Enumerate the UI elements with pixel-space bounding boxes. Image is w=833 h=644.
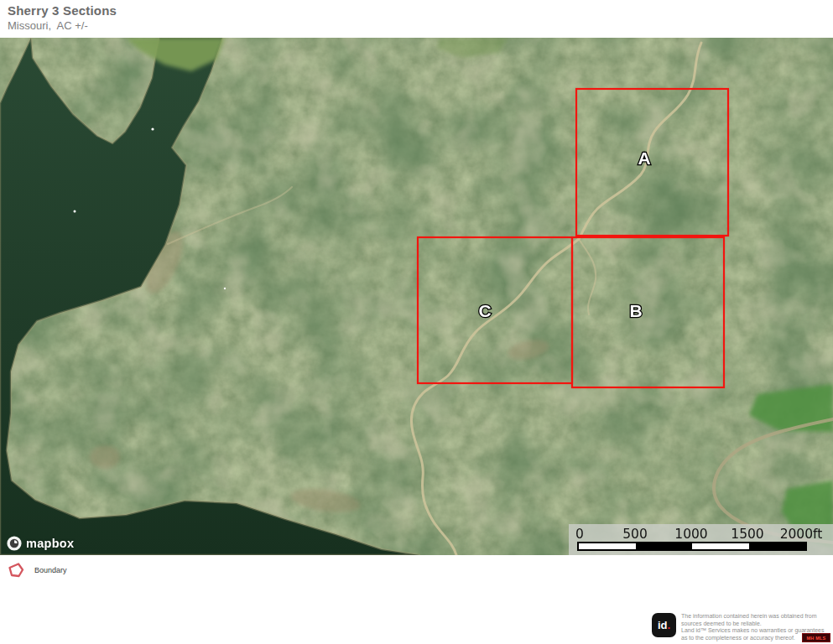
- scale-segment: [692, 543, 749, 549]
- landid-logo: id.: [652, 613, 676, 637]
- scale-bar: 0 500 1000 1500 2000ft: [569, 524, 833, 555]
- forest-brush-clearings: [0, 38, 833, 555]
- scale-segment: [636, 543, 693, 549]
- scale-label-2000: 2000ft: [780, 527, 823, 542]
- mls-badge: MH MLS: [802, 633, 830, 642]
- scale-label-0: 0: [575, 527, 584, 542]
- page-title: Sherry 3 Sections: [8, 3, 117, 18]
- scale-segment: [749, 543, 806, 549]
- mapbox-attribution[interactable]: mapbox: [7, 536, 74, 551]
- scale-segment: [579, 543, 636, 549]
- section-label-b: B: [629, 301, 642, 320]
- landid-logo-text: id: [658, 620, 668, 631]
- scale-label-1500: 1500: [731, 527, 763, 542]
- legend-item-label: Boundary: [34, 566, 67, 574]
- boundary-icon: [7, 562, 25, 579]
- page: Sherry 3 Sections Missouri, AC +/-: [0, 0, 833, 644]
- map-canvas[interactable]: A B C mapbox 0 500 1000 1500 2000ft: [0, 38, 833, 555]
- scale-label-500: 500: [622, 527, 648, 542]
- scale-bar-segments: [577, 542, 807, 551]
- page-subtitle: Missouri, AC +/-: [8, 19, 117, 33]
- mapbox-wordmark: mapbox: [26, 537, 74, 550]
- disclaimer-line: sources deemed to be reliable.: [681, 621, 829, 628]
- section-label-c: C: [478, 301, 491, 320]
- disclaimer-line: The information contained herein was obt…: [681, 613, 829, 621]
- header: Sherry 3 Sections Missouri, AC +/-: [8, 3, 117, 33]
- landid-logo-dot: .: [667, 620, 670, 631]
- scale-label-1000: 1000: [674, 527, 707, 542]
- satellite-imagery: A B C: [0, 38, 833, 555]
- section-label-a: A: [638, 148, 650, 168]
- legend: Boundary: [7, 562, 67, 579]
- mapbox-icon: [7, 536, 22, 551]
